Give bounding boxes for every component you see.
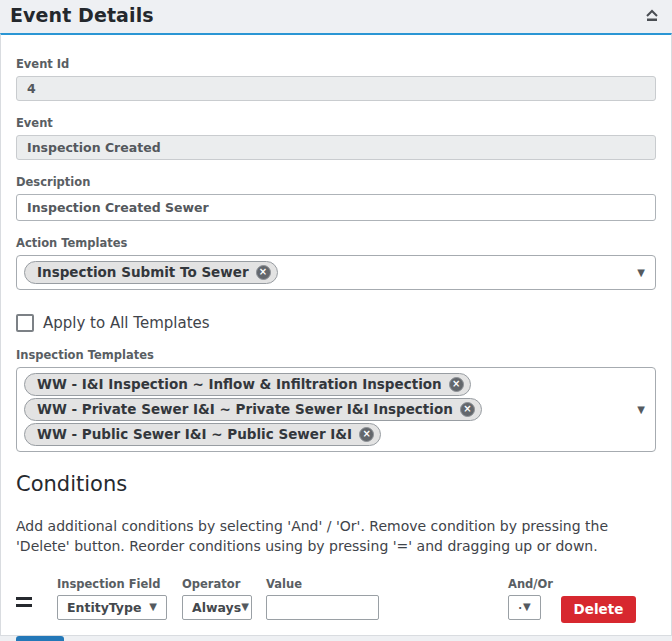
action-template-chip: Inspection Submit To Sewer ×: [24, 261, 278, 284]
action-templates-label: Action Templates: [16, 236, 656, 250]
inspection-template-chip: WW - Private Sewer I&I ~ Private Sewer I…: [24, 398, 482, 421]
conditions-help-text: Add additional conditions by selecting '…: [16, 516, 656, 557]
apply-all-templates-row: Apply to All Templates: [16, 314, 656, 332]
inspection-template-chips: WW - I&I Inspection ~ Inflow & Infiltrat…: [24, 372, 629, 447]
andor-label: And/Or: [508, 577, 541, 591]
chevron-down-icon[interactable]: ▼: [637, 405, 645, 415]
andor-placeholder: .: [518, 600, 522, 611]
event-field-group: Event: [16, 116, 656, 160]
value-label: Value: [266, 577, 379, 591]
description-field-group: Description: [16, 175, 656, 221]
event-id-label: Event Id: [16, 57, 656, 71]
inspection-templates-label: Inspection Templates: [16, 348, 656, 362]
event-label: Event: [16, 116, 656, 130]
andor-group: And/Or . ▼: [508, 577, 541, 620]
inspection-templates-field-group: Inspection Templates WW - I&I Inspection…: [16, 348, 656, 452]
inspection-template-chip: WW - I&I Inspection ~ Inflow & Infiltrat…: [24, 373, 471, 396]
page-title: Event Details: [10, 4, 154, 26]
operator-value: Always: [192, 600, 241, 615]
operator-select[interactable]: Always ▼: [182, 595, 252, 620]
event-id-input[interactable]: [16, 76, 656, 101]
description-input[interactable]: [16, 194, 656, 221]
condition-row: Inspection Field EntityType ▼ Operator A…: [16, 577, 656, 623]
remove-chip-icon[interactable]: ×: [460, 402, 475, 417]
chevron-down-icon: ▼: [523, 602, 531, 612]
operator-group: Operator Always ▼: [182, 577, 252, 620]
event-details-header: Event Details: [0, 0, 672, 33]
value-input[interactable]: [266, 595, 379, 620]
chip-label: Inspection Submit To Sewer: [37, 264, 249, 280]
action-templates-multiselect[interactable]: Inspection Submit To Sewer × ▼: [16, 255, 656, 290]
chevron-down-icon[interactable]: ▼: [637, 268, 645, 278]
conditions-title: Conditions: [16, 472, 656, 496]
collapse-icon[interactable]: [644, 7, 660, 26]
drag-handle-icon[interactable]: [16, 597, 36, 611]
inspection-field-label: Inspection Field: [57, 577, 167, 591]
chevron-down-icon: ▼: [241, 602, 249, 612]
remove-chip-icon[interactable]: ×: [449, 377, 464, 392]
chip-label: WW - Public Sewer I&I ~ Public Sewer I&I: [37, 426, 352, 442]
remove-chip-icon[interactable]: ×: [256, 265, 271, 280]
apply-all-templates-checkbox[interactable]: [16, 314, 34, 332]
inspection-field-value: EntityType: [67, 600, 141, 615]
inspection-templates-multiselect[interactable]: WW - I&I Inspection ~ Inflow & Infiltrat…: [16, 367, 656, 452]
inspection-field-group: Inspection Field EntityType ▼: [57, 577, 167, 620]
inspection-template-chip: WW - Public Sewer I&I ~ Public Sewer I&I…: [24, 423, 381, 446]
andor-select[interactable]: . ▼: [508, 595, 541, 620]
operator-label: Operator: [182, 577, 252, 591]
event-input[interactable]: [16, 135, 656, 160]
action-templates-field-group: Action Templates Inspection Submit To Se…: [16, 236, 656, 290]
chip-label: WW - Private Sewer I&I ~ Private Sewer I…: [37, 401, 453, 417]
delete-button[interactable]: Delete: [561, 596, 636, 623]
remove-chip-icon[interactable]: ×: [359, 427, 374, 442]
event-details-panel: Event Id Event Description Action Templa…: [0, 33, 672, 636]
event-id-field-group: Event Id: [16, 57, 656, 101]
chevron-down-icon: ▼: [149, 602, 157, 612]
inspection-field-select[interactable]: EntityType ▼: [57, 595, 167, 620]
apply-all-templates-label: Apply to All Templates: [43, 314, 210, 332]
save-button[interactable]: Save: [16, 636, 64, 641]
value-group: Value: [266, 577, 379, 620]
description-label: Description: [16, 175, 656, 189]
chip-label: WW - I&I Inspection ~ Inflow & Infiltrat…: [37, 376, 442, 392]
